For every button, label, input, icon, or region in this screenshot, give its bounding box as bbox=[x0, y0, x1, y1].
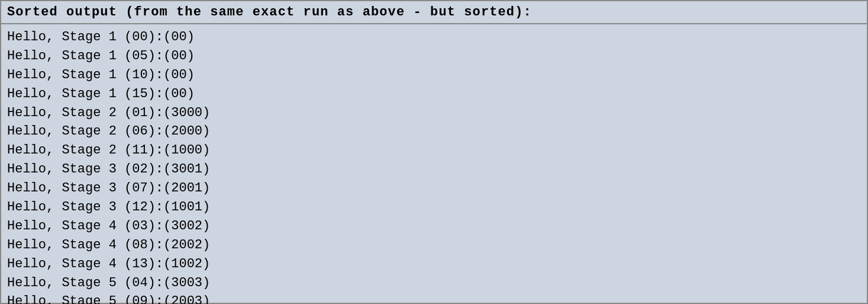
terminal-body: Hello, Stage 1 (00):(00)Hello, Stage 1 (… bbox=[1, 24, 867, 304]
terminal-header: Sorted output (from the same exact run a… bbox=[1, 1, 867, 24]
terminal-line: Hello, Stage 1 (00):(00) bbox=[7, 28, 861, 47]
terminal-line: Hello, Stage 4 (13):(1002) bbox=[7, 255, 861, 274]
terminal-line: Hello, Stage 4 (03):(3002) bbox=[7, 217, 861, 236]
terminal-line: Hello, Stage 3 (12):(1001) bbox=[7, 198, 861, 217]
terminal-line: Hello, Stage 1 (15):(00) bbox=[7, 85, 861, 104]
terminal-line: Hello, Stage 2 (06):(2000) bbox=[7, 122, 861, 141]
terminal-line: Hello, Stage 5 (09):(2003) bbox=[7, 292, 861, 304]
terminal-line: Hello, Stage 4 (08):(2002) bbox=[7, 236, 861, 255]
terminal-line: Hello, Stage 2 (11):(1000) bbox=[7, 141, 861, 160]
terminal-line: Hello, Stage 1 (10):(00) bbox=[7, 66, 861, 85]
terminal-container: Sorted output (from the same exact run a… bbox=[0, 0, 868, 304]
terminal-line: Hello, Stage 2 (01):(3000) bbox=[7, 104, 861, 123]
terminal-line: Hello, Stage 3 (07):(2001) bbox=[7, 179, 861, 198]
terminal-line: Hello, Stage 3 (02):(3001) bbox=[7, 160, 861, 179]
terminal-line: Hello, Stage 1 (05):(00) bbox=[7, 47, 861, 66]
terminal-line: Hello, Stage 5 (04):(3003) bbox=[7, 274, 861, 293]
